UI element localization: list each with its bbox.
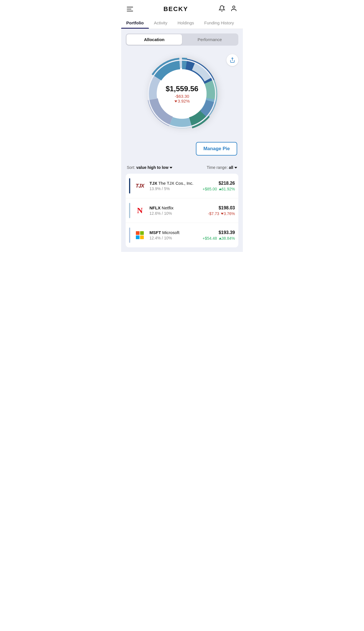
tab-portfolio[interactable]: Portfolio [121, 16, 149, 29]
stock-item-nflx[interactable]: N NFLX Netflix 12.6% / 10% $198.03 -$7.7… [126, 198, 238, 223]
down-arrow-icon-nflx [221, 213, 224, 215]
up-arrow-icon [219, 188, 222, 190]
nav-tabs: Portfolio Activity Holdings Funding Hist… [121, 16, 243, 29]
stock-info-msft: MSFT Microsoft 12.4% / 10% [149, 230, 199, 240]
stock-bar-tjx [129, 178, 130, 194]
portfolio-pct: 3.92% [166, 99, 198, 103]
manage-pie-container: Manage Pie [126, 142, 238, 156]
manage-pie-button[interactable]: Manage Pie [196, 142, 237, 156]
stock-logo-msft [134, 229, 146, 241]
allocation-toggle[interactable]: Allocation [127, 34, 182, 45]
performance-toggle[interactable]: Performance [182, 34, 237, 45]
sort-chevron-icon [170, 167, 172, 169]
profile-icon[interactable] [230, 5, 237, 13]
chart-area: $1,559.56 -$63.30 3.92% [126, 51, 238, 136]
stock-logo-nflx: N [134, 204, 146, 217]
sort-label[interactable]: Sort: value high to low [127, 165, 172, 170]
stock-info-tjx: TJX The TJX Cos., Inc. 13.9% / 5% [149, 181, 199, 191]
view-toggle: Allocation Performance [126, 33, 238, 46]
donut-center: $1,559.56 -$63.30 3.92% [166, 84, 198, 103]
svg-point-0 [233, 6, 235, 8]
stock-values-nflx: $198.03 -$7.73 3.76% [208, 205, 235, 216]
notification-icon[interactable] [219, 5, 225, 13]
stock-item-msft[interactable]: MSFT Microsoft 12.4% / 10% $193.39 +$54.… [126, 223, 238, 247]
tab-activity[interactable]: Activity [149, 16, 173, 29]
time-chevron-icon [234, 167, 237, 169]
portfolio-change: -$63.30 [166, 94, 198, 99]
down-arrow-icon [174, 100, 177, 102]
portfolio-value: $1,559.56 [166, 84, 198, 93]
donut-chart: $1,559.56 -$63.30 3.92% [142, 54, 222, 133]
header-title: BECKY [163, 5, 188, 13]
tab-holdings[interactable]: Holdings [172, 16, 199, 29]
header-icons [219, 5, 237, 13]
stock-logo-tjx: TJX [134, 180, 146, 192]
stock-info-nflx: NFLX Netflix 12.6% / 10% [149, 205, 205, 216]
share-button[interactable] [226, 54, 238, 66]
sort-bar: Sort: value high to low Time range: all [126, 161, 238, 174]
main-content: Allocation Performance [121, 29, 243, 252]
tab-funding-history[interactable]: Funding History [199, 16, 239, 29]
hamburger-menu[interactable] [127, 7, 133, 11]
time-range-label[interactable]: Time range: all [207, 165, 237, 170]
up-arrow-icon-msft [219, 237, 222, 239]
stock-bar-msft [129, 228, 130, 243]
stock-item-tjx[interactable]: TJX TJX The TJX Cos., Inc. 13.9% / 5% $2… [126, 174, 238, 198]
stock-bar-nflx [129, 203, 130, 218]
header: BECKY [121, 0, 243, 16]
holdings-list: TJX TJX The TJX Cos., Inc. 13.9% / 5% $2… [126, 174, 238, 247]
stock-values-msft: $193.39 +$54.48 38.84% [203, 230, 235, 241]
share-icon [230, 57, 235, 63]
tab-bank[interactable]: Bank [239, 16, 243, 29]
stock-values-tjx: $218.26 +$85.00 61.92% [203, 181, 235, 191]
